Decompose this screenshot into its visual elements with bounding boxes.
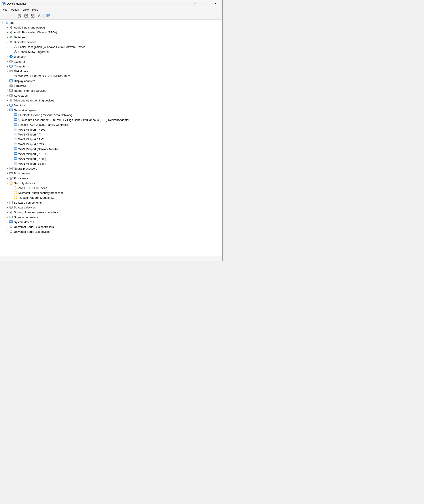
label-audio: Audio inputs and outputs [14,26,45,29]
tree-item-sound[interactable]: ▶ Sound, video and game controllers [0,210,222,215]
expand-neural[interactable]: ▶ [6,167,9,170]
menu-help[interactable]: Help [31,7,40,12]
back-button[interactable] [1,13,7,19]
label-sw-devices: Software devices [14,206,36,209]
tree-item-monitors[interactable]: ▶ Monitors [0,103,222,108]
tree-item-mice[interactable]: ▶ Mice and other pointing devices [0,98,222,103]
tree-item-biometric[interactable]: ▾ Biometric devices [0,39,222,45]
label-batteries: Batteries [14,36,25,39]
expand-usb-dev[interactable]: ▶ [6,230,9,233]
expand-apo[interactable]: ▶ [6,31,9,34]
menu-action[interactable]: Action [9,7,21,12]
label-cameras: Cameras [14,60,26,63]
expand-keyboards[interactable]: ▶ [6,94,9,97]
expand-bluetooth[interactable]: ▶ [6,55,9,58]
expand-sw-devices[interactable]: ▶ [6,206,9,209]
svg-rect-79 [14,114,17,115]
expand-network[interactable]: ▾ [6,108,9,112]
tree-item-amd-psp[interactable]: AMD PSP 11.0 Device [0,185,222,190]
tree-item-bluetooth[interactable]: ▶ Bluetooth [0,54,222,59]
tree-item-cameras[interactable]: ▶ Cameras [0,59,222,64]
forward-button[interactable] [8,13,14,19]
tree-item-hid[interactable]: ▶ Human Interface Devices [0,88,222,93]
tree-item-firmware[interactable]: ▶ Firmware [0,83,222,88]
tree-item-batteries[interactable]: ▶ Batteries [0,35,222,39]
expand-batteries[interactable]: ▶ [6,35,9,39]
expand-monitors[interactable]: ▶ [6,103,9,107]
tree-item-facial[interactable]: Facial Recognition (Windows Hello) Softw… [0,45,222,49]
expand-mice[interactable]: ▶ [6,99,9,102]
tree-item-wd[interactable]: WD PC SN5000S SDEPNSJ-2T00-1032 [0,74,222,78]
icon-sound [9,210,13,214]
tree-item-processors[interactable]: ▶ [0,176,222,181]
tree-item-keyboards[interactable]: ▶ Keyboards [0,93,222,98]
restore-button[interactable]: ☐ [200,0,211,7]
tree-item-print[interactable]: ▶ Print queues [0,171,222,176]
expand-audio[interactable]: ▶ [6,26,9,29]
tree-item-wan-netmon[interactable]: WAN Miniport (Network Monitor) [0,147,222,151]
tree-item-wan-sstp[interactable]: WAN Miniport (SSTP) [0,161,222,166]
expand-storage[interactable]: ▶ [6,215,9,219]
tree-item-wan-ip[interactable]: WAN Miniport (IP) [0,132,222,137]
help-button[interactable]: ? [23,13,29,19]
tree-item-disk[interactable]: ▾ Disk drives [0,69,222,74]
tree-item-wan-l2tp[interactable]: WAN Miniport (L2TP) [0,142,222,147]
svg-rect-83 [14,124,17,125]
expand-firmware[interactable]: ▶ [6,84,9,88]
tree-item-neural[interactable]: ▶ Neural processors [0,166,222,171]
tree-item-wan-ipv6[interactable]: WAN Miniport (IPv6) [0,137,222,142]
tree-item-realtek[interactable]: Realtek PCIe 2.5GbE Family Controller [0,122,222,127]
refresh-button[interactable] [36,13,42,19]
expand-cameras[interactable]: ▶ [6,60,9,63]
tree-item-display[interactable]: ▶ Display adapters [0,78,222,83]
tree-item-wan-ikev2[interactable]: WAN Miniport (IKEv2) [0,127,222,132]
expand-computer[interactable]: ▶ [6,64,9,68]
svg-rect-140 [10,221,12,222]
tree-item-sw-components[interactable]: ▶ Software components [0,200,222,205]
expand-sw-components[interactable]: ▶ [6,201,9,204]
expand-disk[interactable]: ▾ [6,70,9,73]
expand-usb-ctrl[interactable]: ▶ [6,225,9,229]
tree-item-usb-dev[interactable]: ▶ Universal Serial Bus devices [0,229,222,234]
label-wan-l2tp: WAN Miniport (L2TP) [18,143,45,146]
tree-item-storage[interactable]: ▶ Storage controllers [0,215,222,219]
menu-view[interactable]: View [21,7,31,12]
show-hide-button[interactable] [16,13,23,19]
expand-msi[interactable]: ▾ [1,21,5,24]
expand-processors[interactable]: ▶ [6,176,9,180]
tree-item-goodix[interactable]: Goodix MOC Fingerprint [0,49,222,54]
tree-item-pluton[interactable]: Microsoft Pluton security processor [0,190,222,195]
expand-hid[interactable]: ▶ [6,89,9,92]
expand-security[interactable]: ▾ [6,181,9,185]
tree-item-sw-devices[interactable]: ▶ Software devices [0,205,222,210]
expand-biometric[interactable]: ▾ [6,40,9,44]
expand-display[interactable]: ▶ [6,79,9,83]
svg-point-37 [10,61,11,62]
expand-button[interactable] [30,13,36,19]
tree-item-computer[interactable]: ▶ Computer [0,64,222,69]
tree-item-wan-pptp[interactable]: WAN Miniport (PPTP) [0,156,222,161]
minimize-button[interactable]: ─ [190,0,200,7]
tree-item-tpm[interactable]: Trusted Platform Module 2.0 [0,195,222,200]
label-usb-dev: Universal Serial Bus devices [14,230,50,233]
tree-item-usb-ctrl[interactable]: ▶ Universal Serial Bus controllers [0,224,222,229]
tree-item-system[interactable]: ▶ System devices [0,219,222,224]
tree-item-network[interactable]: ▾ Network adapters [0,108,222,113]
tree-item-audio[interactable]: ▶ Audio inputs and outputs [0,25,222,30]
tree-item-msi[interactable]: ▾ MSI [0,20,222,25]
expand-sound[interactable]: ▶ [6,211,9,214]
svg-point-138 [10,217,12,218]
toolbar: ? [0,12,222,20]
tree-item-wan-pppoe[interactable]: WAN Miniport (PPPOE) [0,151,222,156]
tree-content[interactable]: ▾ MSI ▶ [0,20,222,256]
expand-system[interactable]: ▶ [6,220,9,224]
tree-item-apo[interactable]: ▶ Audio Processing Objects (APOs) [0,30,222,35]
close-button[interactable]: ✕ [211,0,221,7]
properties-button[interactable]: ✓ [45,13,51,19]
tree-item-qualcomm[interactable]: Qualcomm FastConnect 7800 Wi-Fi 7 High B… [0,117,222,122]
tree-item-security[interactable]: ▾ Security devices [0,181,222,185]
tree-item-bt-pan[interactable]: Bluetooth Device (Personal Area Network) [0,113,222,117]
svg-point-109 [12,173,12,173]
menu-file[interactable]: File [1,7,9,12]
expand-print[interactable]: ▶ [6,172,9,175]
